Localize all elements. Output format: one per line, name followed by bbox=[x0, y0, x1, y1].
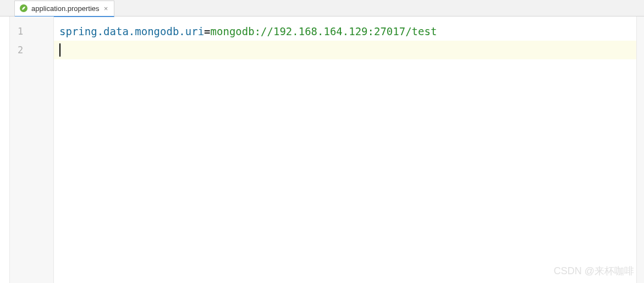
code-line[interactable]: spring.data.mongodb.uri=mongodb://192.16… bbox=[54, 22, 636, 41]
property-equals: = bbox=[204, 25, 210, 37]
spring-leaf-icon bbox=[19, 4, 28, 13]
code-line-current[interactable] bbox=[54, 41, 636, 59]
property-key: spring.data.mongodb.uri bbox=[59, 25, 204, 37]
code-area[interactable]: spring.data.mongodb.uri=mongodb://192.16… bbox=[54, 16, 636, 283]
gutter: 1 2 bbox=[10, 16, 54, 283]
editor-container: application.properties × 1 2 spring.data… bbox=[0, 0, 644, 283]
tab-bar: application.properties × bbox=[0, 0, 644, 16]
scrollbar[interactable] bbox=[636, 16, 644, 283]
line-number: 1 bbox=[10, 22, 53, 41]
text-cursor bbox=[59, 43, 60, 57]
editor-body: 1 2 spring.data.mongodb.uri=mongodb://19… bbox=[0, 16, 644, 283]
left-margin bbox=[0, 16, 10, 283]
tab-filename: application.properties bbox=[31, 4, 100, 13]
file-tab[interactable]: application.properties × bbox=[14, 1, 114, 17]
line-number: 2 bbox=[10, 41, 53, 59]
close-icon[interactable]: × bbox=[103, 5, 109, 12]
property-value: mongodb://192.168.164.129:27017/test bbox=[211, 25, 437, 37]
